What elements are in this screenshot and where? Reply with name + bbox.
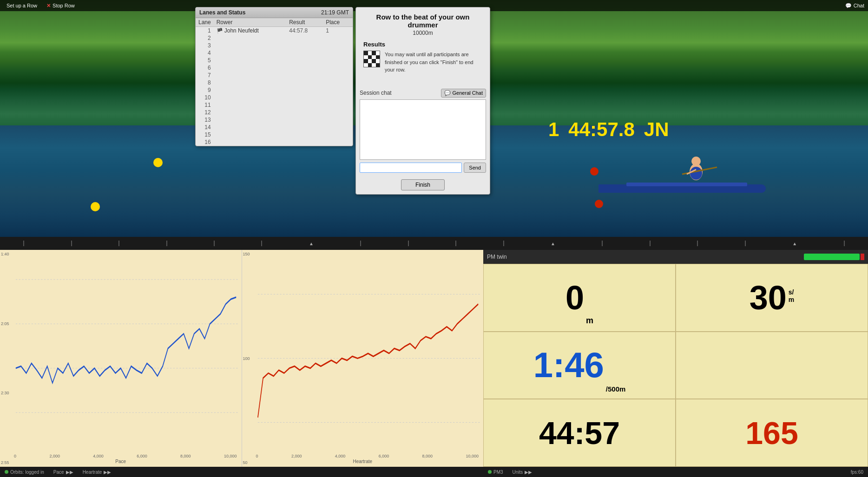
chat-button[interactable]: 💬 Chat <box>845 3 864 9</box>
lanes-table: Lane Rower Result Place 1🏴 John Neufeldt… <box>196 18 353 146</box>
timeline-marker <box>697 241 698 246</box>
timeline-marker <box>745 241 746 246</box>
table-row: 1🏴 John Neufeldt44:57.81 <box>196 27 353 35</box>
orbits-status: Orbits: logged in <box>5 470 44 475</box>
pm-panel: PM twin 0 m 30 s/ m 1:46 <box>483 250 868 477</box>
row-result <box>286 86 323 94</box>
finish-button[interactable]: Finish <box>401 179 445 190</box>
timeline-marker <box>503 241 504 246</box>
heartrate-x-labels: 0 2,000 4,000 6,000 8,000 10,000 <box>256 454 479 458</box>
pace-status: Pace ▶▶ <box>53 470 73 475</box>
timeline-marker <box>650 241 651 246</box>
lane-number: 6 <box>196 64 214 72</box>
row-place <box>323 138 353 146</box>
pm-footer: PM3 Units ▶▶ fps:60 <box>483 467 868 477</box>
table-row: 6 <box>196 64 353 72</box>
flag-icon: 🏴 <box>217 28 224 33</box>
pm-pace-unit: /500m <box>606 385 626 397</box>
pace-svg <box>0 250 242 467</box>
timeline-bar: ▲ ▲ ▲ <box>0 237 868 250</box>
timeline-marker <box>455 241 456 246</box>
table-row: 10 <box>196 94 353 101</box>
row-result <box>286 94 323 101</box>
lane-number: 4 <box>196 49 214 57</box>
row-result <box>286 116 323 124</box>
table-row: 4 <box>196 49 353 57</box>
pm-title: PM twin <box>487 254 507 260</box>
svg-point-1 <box>691 157 701 166</box>
race-overlay: 1 44:57.8 JN <box>548 118 669 141</box>
heartrate-status: Heartrate ▶▶ <box>83 470 112 475</box>
results-distance: 10000m <box>363 30 482 36</box>
heartrate-svg <box>242 250 484 467</box>
pm-heartrate-cell: 165 <box>676 399 868 467</box>
chat-bubble-icon: 💬 <box>444 90 451 96</box>
pm-pace-value: 1:46 <box>533 347 604 383</box>
send-button[interactable]: Send <box>464 163 486 173</box>
table-row: 14 <box>196 124 353 131</box>
row-place <box>323 49 353 57</box>
pm-empty-cell <box>676 332 868 399</box>
lane-number: 14 <box>196 124 214 131</box>
pm-metrics: 0 m 30 s/ m 1:46 /500m 44:57 <box>483 264 868 467</box>
table-row: 12 <box>196 109 353 116</box>
pm-distance-value: 0 <box>566 281 584 314</box>
pm-total-time-value: 44:57 <box>539 417 620 449</box>
buoy-yellow-2 <box>153 158 163 167</box>
heartrate-graph-panel: 150 100 50 0 2,000 4,000 6,000 <box>242 250 484 467</box>
row-place <box>323 79 353 86</box>
pace-status-label: Pace <box>53 470 64 475</box>
heartrate-arrow-icon: ▶▶ <box>104 470 111 475</box>
fps-label: fps:60 <box>851 470 863 475</box>
lane-number: 16 <box>196 138 214 146</box>
general-chat-button[interactable]: 💬 General Chat <box>441 89 486 98</box>
col-place: Place <box>323 18 353 27</box>
pace-arrow-icon: ▶▶ <box>66 470 73 475</box>
chat-input-row: Send <box>360 163 486 173</box>
lane-number: 1 <box>196 27 214 35</box>
lanes-table-body: 1🏴 John Neufeldt44:57.812345678910111213… <box>196 27 353 146</box>
finish-button-row: Finish <box>356 176 490 194</box>
results-dialog[interactable]: Row to the beat of your own drummer 1000… <box>355 7 490 195</box>
svg-point-2 <box>690 167 702 180</box>
timeline-arrow-1: ▲ <box>309 241 314 246</box>
lanes-dialog-title: Lanes and Status <box>199 9 245 16</box>
setup-row-button[interactable]: Set up a Row <box>4 2 40 9</box>
row-result <box>286 101 323 109</box>
chat-icon: 💬 <box>845 3 852 9</box>
rower-name: 🏴 John Neufeldt <box>214 27 287 35</box>
pm-distance-cell: 0 m <box>483 264 676 332</box>
row-result <box>286 109 323 116</box>
timeline-marker <box>261 241 262 246</box>
stop-row-button[interactable]: ✕ Stop Row <box>44 2 78 10</box>
rower-name <box>214 57 287 64</box>
rower-name <box>214 116 287 124</box>
rower-name <box>214 94 287 101</box>
chat-messages-area <box>360 99 486 160</box>
row-place <box>323 34 353 42</box>
pace-graph-panel: 1:40 2:05 2:30 2:55 0 2,000 <box>0 250 242 467</box>
lane-number: 10 <box>196 94 214 101</box>
lanes-dialog[interactable]: Lanes and Status 21:19 GMT Lane Rower Re… <box>195 7 353 146</box>
graph-area: 1:40 2:05 2:30 2:55 0 2,000 <box>0 250 483 477</box>
pm-red-bar <box>861 254 864 260</box>
stop-icon: ✕ <box>46 3 51 9</box>
table-row: 2 <box>196 34 353 42</box>
chat-label-row: Session chat 💬 General Chat <box>360 89 486 98</box>
row-result <box>286 138 323 146</box>
pm-spm-cell: 30 s/ m <box>676 264 868 332</box>
row-result <box>286 124 323 131</box>
row-place <box>323 116 353 124</box>
table-row: 11 <box>196 101 353 109</box>
row-place <box>323 57 353 64</box>
general-chat-label: General Chat <box>453 90 483 96</box>
race-initials: JN <box>644 118 669 141</box>
chat-input[interactable] <box>360 163 462 173</box>
pace-graph-title: Pace <box>115 459 126 464</box>
row-place: 1 <box>323 27 353 35</box>
timeline-marker <box>602 241 603 246</box>
row-result <box>286 49 323 57</box>
lane-number: 3 <box>196 42 214 49</box>
results-text: You may wait until all participants are … <box>385 51 482 74</box>
pm-spm-unit-m: m <box>789 296 794 303</box>
